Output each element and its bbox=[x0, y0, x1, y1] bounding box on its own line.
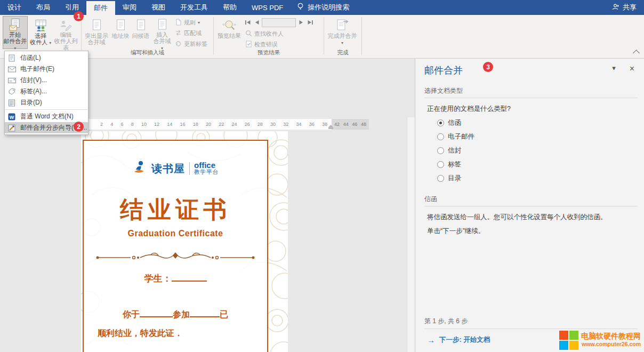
radio-option-labels[interactable]: 标签 bbox=[437, 160, 638, 169]
directory-icon bbox=[7, 99, 16, 107]
record-number-input[interactable] bbox=[262, 18, 296, 27]
edit-recipient-list-icon bbox=[59, 18, 73, 31]
menu-item-email[interactable]: 电子邮件(E) bbox=[5, 63, 88, 75]
ruler-number: 26 bbox=[245, 122, 250, 127]
tab-developer[interactable]: 开发工具 bbox=[173, 0, 215, 15]
ruler-number: 24 bbox=[231, 122, 237, 127]
svg-text:«: « bbox=[222, 22, 225, 27]
flourish-divider bbox=[83, 250, 268, 264]
check-errors-button[interactable]: 检查错误 bbox=[244, 39, 314, 50]
tab-layout[interactable]: 布局 bbox=[29, 0, 58, 15]
ruler-number: 44 bbox=[343, 122, 349, 127]
update-labels-button[interactable]: 更新标签 bbox=[173, 38, 209, 49]
word-icon: W bbox=[7, 113, 16, 121]
group-label-finish: 完成 bbox=[325, 49, 360, 57]
select-recipients-button[interactable]: 选择 收件人 ▾ bbox=[29, 16, 52, 49]
group-separator bbox=[324, 17, 324, 55]
annotation-badge-3: 3 bbox=[483, 62, 493, 72]
ruler-number: 48 bbox=[361, 122, 366, 127]
tab-review[interactable]: 审阅 bbox=[115, 0, 144, 15]
letters-description-2: 单击“下一步”继续。 bbox=[427, 227, 638, 236]
highlight-merge-fields-button[interactable]: 突出显示 合并域 bbox=[83, 16, 110, 49]
rules-button[interactable]: 规则 ▾ bbox=[173, 17, 209, 28]
greeting-line-icon bbox=[135, 18, 147, 33]
ruler-number: 20 bbox=[206, 122, 211, 127]
group-preview-results: «» 预览结果 bbox=[215, 15, 323, 58]
section-select-document-type: 选择文档类型 bbox=[424, 86, 638, 98]
radio-option-letters[interactable]: 信函 bbox=[437, 118, 638, 127]
dropdown-caret: ▾ bbox=[198, 20, 200, 25]
tell-me-label: 操作说明搜索 bbox=[308, 3, 349, 12]
ruler-number: 38 bbox=[322, 122, 327, 127]
certificate-subtitle: Graduation Certificate bbox=[83, 229, 268, 238]
start-mail-merge-button[interactable]: 开始 邮件合并 ▾ bbox=[3, 16, 28, 49]
brand-office: office bbox=[194, 162, 219, 169]
pane-close-icon[interactable]: × bbox=[630, 64, 634, 74]
lightbulb-icon bbox=[297, 3, 304, 12]
preview-results-button[interactable]: «» 预览结果 bbox=[215, 16, 244, 49]
menu-item-labels[interactable]: 标签(A)... bbox=[5, 86, 88, 97]
envelope-icon bbox=[7, 76, 16, 85]
menu-item-directory[interactable]: 目录(D) bbox=[5, 97, 88, 108]
address-block-label: 地址块 bbox=[112, 33, 130, 39]
next-record-button[interactable] bbox=[297, 18, 305, 27]
ruler-number: 42 bbox=[334, 122, 340, 127]
tab-design[interactable]: 设计 bbox=[0, 0, 29, 15]
horizontal-ruler: 2468101214161820222426283032343638 42444… bbox=[80, 119, 371, 130]
svg-text:W: W bbox=[10, 114, 14, 119]
insert-merge-field-button[interactable]: 插入 合并域 ▾ bbox=[151, 16, 173, 49]
update-labels-icon bbox=[175, 40, 182, 48]
start-mail-merge-icon bbox=[9, 18, 22, 31]
ruler-number: 4 bbox=[110, 122, 113, 127]
find-recipient-button[interactable]: 查找收件人 bbox=[244, 28, 314, 39]
group-separator bbox=[81, 17, 82, 55]
share-person-icon bbox=[612, 3, 619, 12]
course-blank bbox=[190, 310, 220, 317]
tab-mailings[interactable]: 邮件 bbox=[86, 1, 115, 15]
ruler-number: 28 bbox=[257, 122, 263, 127]
dropdown-caret: ▾ bbox=[49, 41, 51, 45]
tell-me-search[interactable]: 操作说明搜索 bbox=[291, 0, 356, 15]
brand-divider bbox=[189, 162, 190, 175]
finish-merge-button[interactable]: 完成并合并 ▾ bbox=[327, 16, 358, 49]
address-block-button[interactable]: 地址块 bbox=[110, 16, 131, 49]
share-button[interactable]: 共享 bbox=[612, 0, 637, 15]
menu-item-normal-word-document[interactable]: W 普通 Word 文档(N) bbox=[5, 111, 88, 122]
pane-options-chevron-icon[interactable]: ▾ bbox=[612, 64, 616, 74]
body-line-1: 你于参加已 bbox=[83, 309, 268, 321]
edit-recipient-list-button[interactable]: 编辑 收件人列表 bbox=[52, 16, 80, 49]
group-separator bbox=[361, 17, 362, 55]
radio-option-email[interactable]: 电子邮件 bbox=[437, 132, 638, 141]
radio-option-envelopes[interactable]: 信封 bbox=[437, 146, 638, 155]
vertical-scrollbar[interactable] bbox=[407, 117, 415, 352]
arrow-right-icon: → bbox=[427, 335, 435, 345]
select-recipients-icon bbox=[34, 18, 47, 33]
last-record-button[interactable] bbox=[306, 18, 314, 27]
tab-wps-pdf[interactable]: WPS PDF bbox=[244, 0, 291, 15]
greeting-line-button[interactable]: 问候语 bbox=[131, 16, 151, 49]
certificate-content: 读书屋 office 教学平台 结业证书 Graduation Certific… bbox=[83, 141, 268, 352]
preview-results-icon: «» bbox=[222, 18, 237, 33]
group-separator bbox=[213, 17, 214, 55]
previous-record-button[interactable] bbox=[253, 18, 261, 27]
menu-item-envelopes[interactable]: 信封(V)... bbox=[5, 75, 88, 86]
ribbon-tab-bar: 设计 布局 引用 邮件 审阅 视图 开发工具 帮助 WPS PDF 操作说明搜索… bbox=[0, 0, 644, 15]
brand-logo: 读书屋 office 教学平台 bbox=[83, 160, 268, 177]
tab-help[interactable]: 帮助 bbox=[215, 0, 244, 15]
first-record-button[interactable] bbox=[244, 18, 252, 27]
tab-view[interactable]: 视图 bbox=[144, 0, 173, 15]
ruler-number: 32 bbox=[283, 122, 288, 127]
brand-name: 读书屋 bbox=[151, 162, 185, 176]
document-page[interactable]: 读书屋 office 教学平台 结业证书 Graduation Certific… bbox=[81, 131, 288, 352]
brand-subtitle: 教学平台 bbox=[194, 169, 219, 175]
certificate-title: 结业证书 bbox=[83, 194, 268, 226]
menu-item-letters[interactable]: 信函(L) bbox=[5, 52, 88, 63]
annotation-badge-1: 1 bbox=[74, 11, 84, 21]
group-label-write-insert: 编写和插入域 bbox=[83, 49, 212, 57]
svg-text:»: » bbox=[234, 22, 236, 27]
ruler-number: 6 bbox=[120, 122, 123, 127]
match-fields-button[interactable]: 匹配域 bbox=[173, 28, 209, 38]
ruler-number: 46 bbox=[352, 122, 357, 127]
radio-option-directory[interactable]: 目录 bbox=[437, 174, 638, 183]
dropdown-caret: ▾ bbox=[341, 41, 343, 45]
